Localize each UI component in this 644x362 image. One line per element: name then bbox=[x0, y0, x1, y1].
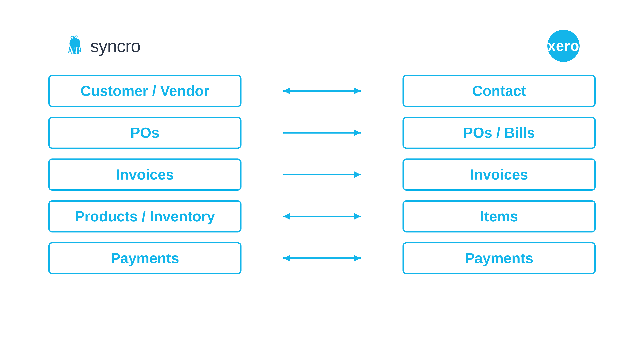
mapping-area: Customer / Vendor Contact POs bbox=[32, 75, 612, 274]
left-label-products: Products / Inventory bbox=[75, 208, 215, 225]
left-box-invoices: Invoices bbox=[48, 158, 242, 191]
right-box-pos-bills: POs / Bills bbox=[402, 117, 596, 149]
right-box-invoices: Invoices bbox=[402, 158, 596, 191]
mapping-row-pos: POs POs / Bills bbox=[48, 117, 596, 149]
mapping-row-products: Products / Inventory Items bbox=[48, 200, 596, 233]
svg-marker-11 bbox=[283, 213, 290, 220]
svg-marker-15 bbox=[354, 255, 361, 261]
right-box-payments: Payments bbox=[402, 242, 596, 274]
bidirectional-arrow-1 bbox=[274, 84, 370, 97]
main-container: syncro xero Customer / Vendor bbox=[32, 20, 612, 342]
left-label-customer-vendor: Customer / Vendor bbox=[80, 83, 209, 99]
header-row: syncro xero bbox=[32, 30, 612, 62]
right-arrow-2 bbox=[274, 126, 370, 139]
syncro-brand-name: syncro bbox=[90, 36, 140, 56]
left-box-customer-vendor: Customer / Vendor bbox=[48, 75, 242, 107]
arrow-pos bbox=[242, 126, 402, 139]
right-box-contact: Contact bbox=[402, 75, 596, 107]
right-label-invoices: Invoices bbox=[470, 166, 528, 183]
right-label-items: Items bbox=[480, 208, 518, 225]
bidirectional-arrow-4 bbox=[274, 210, 370, 223]
xero-logo: xero bbox=[548, 30, 580, 62]
left-label-payments: Payments bbox=[110, 250, 179, 267]
svg-marker-12 bbox=[354, 213, 361, 220]
arrow-customer-vendor bbox=[242, 84, 402, 97]
right-label-payments: Payments bbox=[465, 250, 533, 267]
svg-marker-9 bbox=[354, 171, 361, 178]
svg-point-2 bbox=[76, 42, 78, 44]
svg-marker-7 bbox=[354, 129, 361, 136]
right-label-pos-bills: POs / Bills bbox=[463, 124, 535, 141]
arrow-payments bbox=[242, 252, 402, 265]
arrow-products bbox=[242, 210, 402, 223]
mapping-row-invoices: Invoices Invoices bbox=[48, 158, 596, 191]
arrow-invoices bbox=[242, 168, 402, 181]
left-box-products: Products / Inventory bbox=[48, 200, 242, 233]
svg-marker-4 bbox=[283, 88, 290, 94]
right-arrow-3 bbox=[274, 168, 370, 181]
svg-marker-5 bbox=[354, 88, 361, 94]
xero-brand-name: xero bbox=[548, 38, 580, 54]
svg-marker-14 bbox=[283, 255, 290, 261]
mapping-row-customer-vendor: Customer / Vendor Contact bbox=[48, 75, 596, 107]
syncro-icon bbox=[64, 35, 85, 56]
left-label-pos: POs bbox=[130, 124, 160, 141]
svg-point-1 bbox=[72, 42, 74, 44]
bidirectional-arrow-5 bbox=[274, 252, 370, 265]
right-box-items: Items bbox=[402, 200, 596, 233]
left-label-invoices: Invoices bbox=[116, 166, 174, 183]
left-box-payments: Payments bbox=[48, 242, 242, 274]
mapping-row-payments: Payments Payments bbox=[48, 242, 596, 274]
syncro-logo: syncro bbox=[64, 35, 140, 56]
right-label-contact: Contact bbox=[472, 83, 526, 99]
left-box-pos: POs bbox=[48, 117, 242, 149]
